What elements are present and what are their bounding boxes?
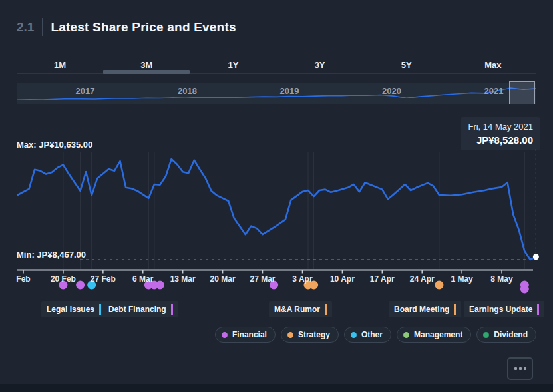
legend-dot-icon: [351, 332, 357, 338]
legend-label: Management: [414, 330, 462, 339]
event-label-m-a-rumor[interactable]: M&A Rumor: [269, 301, 332, 317]
legend-item-management[interactable]: Management: [397, 327, 471, 343]
last-price-marker: [533, 254, 539, 260]
share-price-line[interactable]: [17, 159, 536, 260]
legend-dot-icon: [222, 332, 228, 338]
event-marker-strategy[interactable]: [435, 281, 443, 290]
event-label-legal-issues[interactable]: Legal Issues: [41, 301, 106, 317]
share-price-widget: 2.1 Latest Share Price and Events 1M3M1Y…: [0, 0, 553, 384]
event-marker-financial[interactable]: [76, 281, 85, 290]
legend-dot-icon: [403, 332, 409, 338]
event-label-color-bar: [171, 304, 173, 315]
legend-label: Strategy: [298, 330, 330, 339]
x-axis-label: 17 Apr: [370, 274, 395, 284]
x-axis-label: 20 Mar: [210, 274, 236, 284]
event-label-color-bar: [325, 304, 327, 315]
legend-item-financial[interactable]: Financial: [215, 327, 276, 343]
event-label-board-meeting[interactable]: Board Meeting: [389, 301, 461, 317]
x-axis-label: 1 May: [451, 274, 472, 284]
x-axis-label: Feb: [16, 274, 30, 284]
more-options-button[interactable]: [507, 357, 533, 380]
category-legend: FinancialStrategyOtherManagementDividend: [215, 327, 536, 343]
x-axis-label: 8 May: [490, 274, 512, 284]
legend-label: Dividend: [494, 330, 528, 339]
x-axis-label: 10 Apr: [330, 274, 355, 284]
event-marker-financial[interactable]: [520, 285, 529, 294]
x-axis-label: 27 Feb: [91, 274, 116, 284]
legend-item-other[interactable]: Other: [344, 327, 391, 343]
legend-label: Financial: [232, 330, 267, 339]
event-label-debt-financing[interactable]: Debt Financing: [103, 301, 178, 317]
legend-dot-icon: [483, 332, 489, 338]
event-label-color-bar: [99, 304, 101, 315]
x-axis-label: 24 Apr: [410, 274, 435, 284]
legend-item-dividend[interactable]: Dividend: [476, 327, 536, 343]
event-label-text: Board Meeting: [394, 305, 449, 314]
event-label-text: Debt Financing: [108, 305, 166, 314]
x-axis-label: 13 Mar: [170, 274, 196, 284]
event-label-earnings-update[interactable]: Earnings Update: [464, 301, 544, 317]
ellipsis-icon: [514, 367, 517, 370]
event-label-text: M&A Rumor: [274, 305, 320, 314]
event-marker-financial[interactable]: [156, 281, 164, 290]
legend-dot-icon: [287, 332, 293, 338]
x-axis-label: 20 Feb: [51, 274, 76, 284]
x-axis-label: 6 Mar: [132, 274, 153, 284]
legend-item-strategy[interactable]: Strategy: [281, 327, 339, 343]
legend-label: Other: [361, 330, 383, 339]
x-axis-label: 3 Apr: [292, 274, 312, 284]
x-axis-label: 27 Mar: [250, 274, 276, 284]
event-label-color-bar: [454, 304, 456, 315]
event-label-text: Earnings Update: [469, 305, 532, 314]
event-label-text: Legal Issues: [47, 305, 94, 314]
event-label-color-bar: [537, 304, 539, 315]
